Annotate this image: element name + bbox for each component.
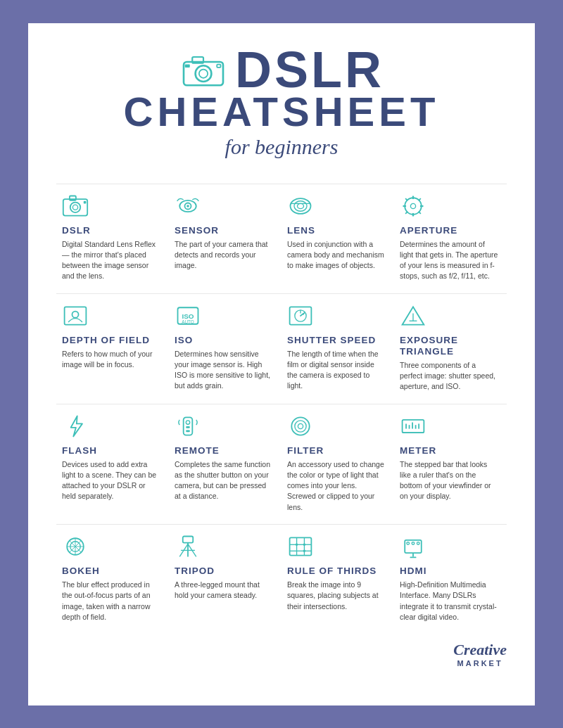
item-tripod: TRIPOD A three-legged mount that hold yo… [169, 524, 282, 634]
svg-rect-5 [185, 65, 190, 68]
item-meter: METER The stepped bar that looks like a … [394, 404, 507, 524]
ruleofthirds-icon [287, 533, 314, 560]
hdmi-icon [400, 533, 426, 560]
svg-line-24 [419, 211, 421, 213]
item-iso: ISO AUTO ISO Determines how sensitive yo… [169, 293, 282, 404]
item-title: RULE OF THIRDS [287, 566, 386, 577]
item-desc: An accessory used to change the color or… [287, 459, 386, 513]
flash-icon [62, 413, 89, 440]
item-title: APERTURE [400, 225, 498, 236]
item-desc: The part of your camera that detects and… [175, 239, 273, 272]
item-desc: High-Definition Multimedia Interface. Ma… [400, 580, 498, 622]
svg-point-77 [412, 542, 415, 545]
page-title-cheatsheet: CHEATSHEET [56, 91, 507, 132]
svg-rect-80 [410, 556, 416, 558]
item-desc: Break the image into 9 squares, placing … [287, 580, 386, 612]
item-desc: The length of time when the film or digi… [287, 349, 386, 392]
item-title: DSLR [62, 225, 160, 236]
item-desc: Determines how sensitive your image sens… [175, 349, 273, 392]
dslr-icon [62, 193, 89, 219]
sensor-icon [175, 193, 201, 219]
item-exposure: EXPOSURE TRIANGLE Three components of a … [394, 293, 507, 404]
item-title: LENS [287, 225, 386, 236]
brand-market: MARKET [453, 659, 507, 668]
svg-point-72 [296, 543, 298, 546]
svg-point-78 [417, 542, 419, 545]
svg-point-7 [70, 202, 80, 212]
content-grid: DSLR Digital Standard Lens Reflex — the … [56, 184, 507, 634]
item-desc: A three-legged mount that hold your came… [175, 580, 273, 601]
exposure-icon [400, 302, 426, 329]
item-title: FILTER [287, 445, 386, 456]
item-desc: Completes the same function as the shutt… [175, 459, 273, 502]
item-desc: The blur effect produced in the out-of-f… [62, 580, 160, 622]
svg-rect-28 [65, 307, 87, 324]
svg-line-23 [405, 198, 407, 200]
svg-rect-44 [186, 426, 189, 428]
svg-point-76 [407, 542, 410, 545]
svg-point-16 [297, 203, 303, 208]
aperture-icon [400, 193, 426, 219]
header: DSLR CHEATSHEET for beginners [56, 44, 507, 173]
item-desc: Determines the amount of light that gets… [400, 239, 498, 282]
item-lens: LENS Used in conjunction with a camera b… [282, 184, 394, 293]
item-dslr: DSLR Digital Standard Lens Reflex — the … [56, 184, 169, 293]
svg-point-13 [186, 205, 189, 207]
svg-rect-10 [84, 200, 87, 203]
item-shutter: SHUTTER SPEED The length of time when th… [282, 293, 394, 404]
item-title: SHUTTER SPEED [287, 335, 386, 346]
item-bokeh: BOKEH The blur effect produced in the ou… [56, 524, 169, 634]
item-title: ISO [175, 335, 273, 346]
item-desc: Three components of a perfect image: shu… [400, 360, 498, 392]
svg-rect-67 [290, 537, 312, 555]
item-desc: Used in conjunction with a camera body a… [287, 239, 386, 272]
item-desc: The stepped bar that looks like a ruler … [400, 459, 498, 502]
item-title: SENSOR [175, 225, 273, 236]
page-subtitle: for beginners [56, 135, 507, 159]
brand-creative: Creative [453, 641, 507, 659]
tripod-icon [175, 533, 201, 560]
item-title: HDMI [400, 566, 498, 577]
item-dof: DEPTH OF FIELD Refers to how much of you… [56, 293, 169, 404]
item-hdmi: HDMI High-Definition Multimedia Interfac… [394, 524, 507, 634]
remote-icon [175, 413, 201, 440]
dof-icon [62, 302, 89, 329]
item-sensor: SENSOR The part of your camera that dete… [169, 184, 282, 293]
item-title: DEPTH OF FIELD [62, 335, 160, 346]
svg-point-46 [291, 417, 309, 435]
svg-text:AUTO: AUTO [182, 319, 194, 324]
item-desc: Digital Standard Lens Reflex — the mirro… [62, 239, 160, 282]
item-aperture: APERTURE Determines the amount of light … [394, 184, 507, 293]
svg-point-2 [199, 70, 208, 78]
camera-header-icon [179, 50, 228, 89]
svg-marker-41 [71, 416, 82, 436]
svg-rect-62 [183, 536, 193, 542]
item-title: FLASH [62, 445, 160, 456]
svg-point-29 [72, 311, 78, 317]
bokeh-icon [62, 533, 89, 560]
shutter-icon [287, 302, 314, 329]
item-desc: Devices used to add extra light to a sce… [62, 459, 160, 502]
svg-rect-45 [186, 430, 189, 432]
page-title-dslr: DSLR [235, 44, 384, 95]
filter-icon [287, 413, 314, 440]
svg-point-48 [298, 423, 303, 428]
svg-point-8 [72, 205, 77, 210]
item-remote: REMOTE Completes the same function as th… [169, 404, 282, 524]
item-title: BOKEH [62, 566, 160, 577]
item-title: TRIPOD [175, 566, 273, 577]
item-filter: FILTER An accessory used to change the c… [282, 404, 394, 524]
svg-line-26 [405, 211, 407, 213]
brand-logo: Creative MARKET [453, 641, 507, 668]
meter-icon [400, 413, 426, 440]
footer: Creative MARKET [56, 634, 507, 668]
lens-icon [287, 193, 314, 219]
svg-rect-4 [217, 65, 220, 68]
svg-point-73 [303, 543, 306, 546]
svg-point-43 [186, 420, 189, 423]
svg-point-1 [196, 65, 212, 82]
item-title: REMOTE [175, 445, 273, 456]
item-ruleofthirds: RULE OF THIRDS Break the image into 9 sq… [282, 524, 394, 634]
svg-line-25 [419, 198, 421, 200]
iso-icon: ISO AUTO [175, 302, 201, 329]
